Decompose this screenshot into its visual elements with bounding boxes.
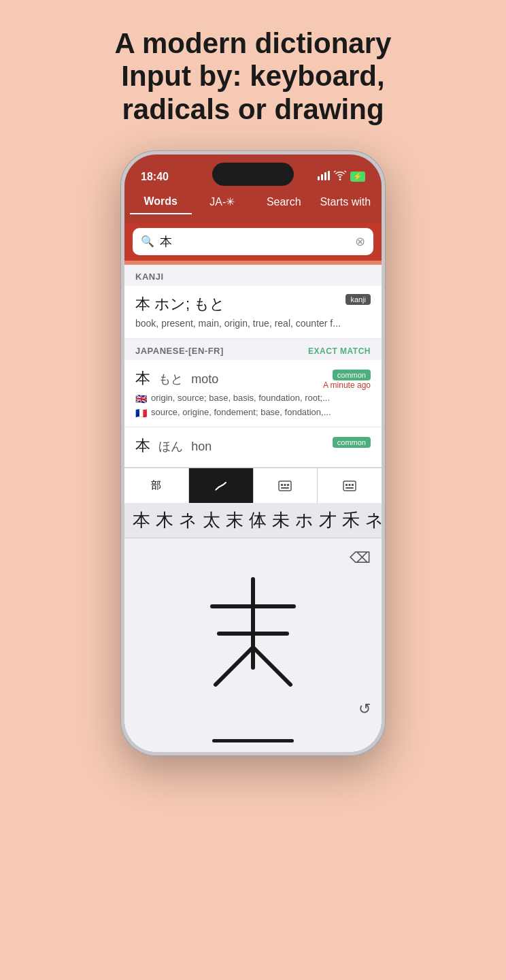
kanji-result-inner: kanji 本 ホン; もと book, present, main, orig… [135, 294, 371, 331]
ja-moto-en: 🇬🇧 origin, source; base, basis, foundati… [135, 393, 371, 404]
ja-hon-header: 本 ほん hon common [135, 436, 371, 456]
svg-point-4 [339, 179, 341, 181]
search-clear-button[interactable]: ⊗ [355, 234, 365, 249]
search-icon: 🔍 [141, 235, 154, 248]
svg-rect-13 [352, 484, 354, 486]
svg-rect-8 [287, 484, 289, 486]
wifi-icon [334, 171, 346, 182]
ja-moto-romaji: moto [191, 372, 218, 386]
svg-rect-7 [284, 484, 286, 486]
ja-moto-reading: もと [158, 372, 183, 386]
tab-starts-with[interactable]: Starts with [315, 191, 377, 214]
ja-moto-fr-text: source, origine, fondement; base, fondat… [151, 407, 331, 417]
ja-moto-title: 本 もと moto [135, 368, 218, 389]
ja-hon-kanji: 本 [135, 437, 150, 454]
ja-hon-romaji: hon [191, 440, 212, 453]
radical-strip[interactable]: 本木ネ太末体未ホ才禾ネ [124, 503, 382, 538]
svg-rect-11 [345, 484, 348, 486]
svg-rect-14 [345, 487, 354, 489]
title-line-3: radicals or drawing [122, 93, 384, 125]
home-bar [212, 739, 294, 742]
svg-rect-0 [318, 176, 320, 180]
kana-button[interactable] [254, 468, 318, 503]
common-badge-hon: common [333, 437, 371, 448]
drawing-undo-button[interactable]: ↺ [358, 700, 371, 718]
content-area: KANJI kanji 本 ホン; もと book, present, main… [124, 265, 382, 753]
kanji-result-title: 本 ホン; もと [135, 294, 371, 314]
fr-flag-icon: 🇫🇷 [135, 408, 147, 419]
svg-rect-2 [324, 172, 326, 180]
svg-rect-3 [328, 171, 330, 180]
kanji-result-card[interactable]: kanji 本 ホン; もと book, present, main, orig… [124, 286, 382, 340]
tab-ja[interactable]: JA-✳ [192, 190, 254, 214]
search-container: 🔍 本 ⊗ [124, 223, 382, 261]
search-bar[interactable]: 🔍 本 ⊗ [133, 228, 373, 255]
svg-rect-9 [281, 487, 289, 489]
japanese-section-row: JAPANESE-[EN-FR] EXACT MATCH [124, 339, 382, 360]
japanese-section-header: JAPANESE-[EN-FR] [135, 346, 224, 356]
tab-words[interactable]: Words [130, 190, 192, 214]
keyboard-button[interactable] [318, 468, 382, 503]
exact-match-label: EXACT MATCH [308, 346, 371, 356]
ja-moto-kanji: 本 [135, 370, 150, 387]
kanji-badge: kanji [345, 294, 371, 305]
ja-result-moto[interactable]: 本 もと moto common A minute ago 🇬🇧 origin,… [124, 360, 382, 427]
title-line-1: A modern dictionary [115, 27, 392, 59]
phone-screen: 18:40 [124, 154, 382, 753]
drawn-kanji [178, 559, 328, 708]
search-input-value[interactable]: 本 [160, 233, 350, 250]
svg-rect-6 [281, 484, 283, 486]
status-time: 18:40 [141, 171, 169, 183]
drawing-area[interactable]: ⌫ ↺ [124, 538, 382, 729]
tab-search[interactable]: Search [253, 191, 315, 214]
kanji-section-header: KANJI [124, 265, 382, 286]
svg-rect-1 [321, 174, 323, 180]
nav-tabs: Words JA-✳ Search Starts with [124, 190, 382, 223]
draw-button[interactable] [189, 468, 254, 503]
phone-notch [212, 163, 294, 186]
signal-icon [318, 171, 330, 182]
ja-moto-meta: common A minute ago [323, 368, 371, 390]
drawing-backspace-button[interactable]: ⌫ [350, 549, 371, 567]
ja-moto-en-text: origin, source; base, basis, foundation,… [151, 393, 330, 403]
title-line-2: Input by: keyboard, [121, 60, 384, 92]
svg-rect-12 [349, 484, 351, 486]
radicals-button[interactable]: 部 [124, 468, 189, 503]
phone-inner: 18:40 [124, 154, 382, 753]
keyboard-toolbar: 部 [124, 468, 382, 503]
battery-icon: ⚡ [350, 172, 365, 182]
ja-result-hon[interactable]: 本 ほん hon common [124, 427, 382, 468]
ja-hon-meta: common [333, 436, 371, 448]
home-indicator [124, 729, 382, 752]
common-badge-moto: common [333, 370, 371, 380]
status-icons: ⚡ [318, 171, 365, 182]
ja-hon-reading: ほん [158, 440, 183, 453]
phone-shell: 18:40 [120, 150, 386, 757]
kanji-result-description: book, present, main, origin, true, real,… [135, 317, 371, 331]
uk-flag-icon: 🇬🇧 [135, 393, 147, 404]
ja-moto-header: 本 もと moto common A minute ago [135, 368, 371, 390]
timestamp-moto: A minute ago [323, 380, 371, 390]
ja-moto-fr: 🇫🇷 source, origine, fondement; base, fon… [135, 407, 371, 419]
ja-hon-title: 本 ほん hon [135, 436, 212, 456]
page-title: A modern dictionary Input by: keyboard, … [88, 27, 419, 126]
